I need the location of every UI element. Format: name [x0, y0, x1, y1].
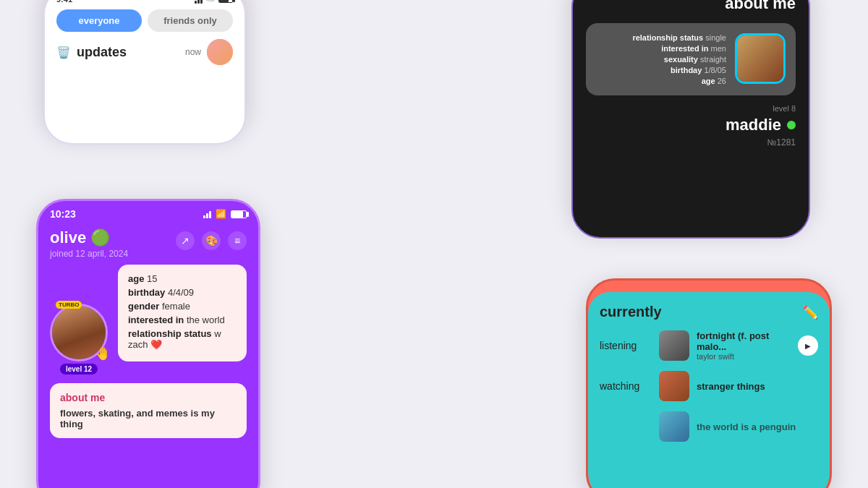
tl-now-label: now — [185, 47, 201, 57]
phone-bottom-right: currently ✏️ listening fortnight (f. pos… — [586, 278, 832, 488]
everyone-button[interactable]: everyone — [56, 9, 142, 32]
tl-toggle-row: everyone friends only — [56, 9, 233, 32]
friends-only-button[interactable]: friends only — [148, 9, 233, 32]
bl-profile-row: TURBO 🤚 level 12 age 15 birthday 4/4/09 … — [38, 265, 258, 369]
br-listening-title: fortnight (f. post malo... — [697, 330, 791, 352]
tr-about-me: about me — [586, 0, 796, 13]
br-section-title: currently — [600, 304, 662, 320]
br-watching-thumb — [659, 371, 689, 401]
bl-header: olive 🟢 joined 12 april, 2024 ↗ 🎨 ≡ — [38, 223, 258, 265]
share-icon[interactable]: ↗ — [176, 231, 195, 250]
br-third-thumb — [659, 411, 689, 442]
bl-time: 10:23 — [50, 208, 76, 220]
bl-about-title: about me — [60, 392, 237, 403]
bl-avatar-wrap: TURBO 🤚 level 12 — [50, 304, 108, 361]
bl-about-card: about me flowers, skating, and memes is … — [50, 383, 247, 438]
phone-top-left: 9:41 ☁️ everyone friends only 🗑️ updates — [43, 0, 246, 145]
br-watching-label: watching — [600, 380, 650, 392]
bl-status-bar: 10:23 📶 — [38, 201, 258, 223]
tl-updates-row: 🗑️ updates now — [56, 39, 233, 65]
br-listening-item: listening fortnight (f. post malo... tay… — [600, 330, 818, 361]
phone-bottom-left: 10:23 📶 olive 🟢 joined 12 april, 2024 — [36, 199, 260, 488]
tl-avatar — [207, 39, 233, 65]
br-inner: currently ✏️ listening fortnight (f. pos… — [588, 292, 830, 488]
bl-info-card: age 15 birthday 4/4/09 gender female int… — [118, 265, 247, 361]
tr-photo — [735, 33, 786, 84]
bl-about-text: flowers, skating, and memes is my thing — [60, 408, 237, 429]
menu-icon[interactable]: ≡ — [228, 231, 247, 250]
br-watching-title: stranger things — [697, 381, 818, 392]
tl-status-bar: 9:41 ☁️ — [56, 0, 233, 4]
tr-level: level 8 — [586, 104, 796, 113]
tr-number: №1281 — [586, 137, 796, 147]
br-third-item: the world is a penguin — [600, 411, 818, 442]
br-edit-icon[interactable]: ✏️ — [802, 304, 818, 320]
br-header: currently ✏️ — [600, 304, 818, 320]
tl-updates-label: updates — [77, 45, 127, 60]
br-listening-label: listening — [600, 340, 650, 351]
br-listening-sub: taylor swift — [697, 352, 791, 361]
palette-icon[interactable]: 🎨 — [202, 231, 221, 250]
bl-username: olive 🟢 — [50, 228, 128, 247]
br-listening-thumb — [659, 330, 689, 361]
bl-turbo-badge: TURBO — [56, 301, 82, 309]
tr-card: relationship status single interested in… — [586, 23, 796, 95]
br-third-title: the world is a penguin — [697, 421, 818, 432]
tr-username: maddie — [726, 116, 781, 134]
bl-joined: joined 12 april, 2024 — [50, 249, 128, 259]
phone-top-right: about me relationship status single inte… — [571, 0, 810, 239]
br-play-button[interactable]: ▶ — [798, 335, 818, 356]
bl-hand-badge: 🤚 — [95, 346, 111, 361]
tr-online-dot — [787, 121, 796, 129]
tl-time: 9:41 — [56, 0, 72, 4]
bl-level-badge: level 12 — [60, 364, 98, 374]
br-watching-item: watching stranger things — [600, 371, 818, 401]
